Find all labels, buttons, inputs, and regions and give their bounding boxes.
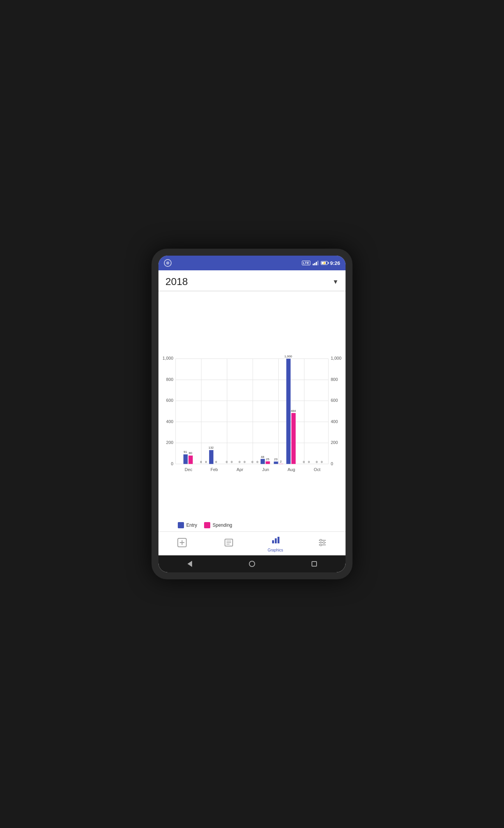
svg-text:0: 0 <box>226 460 228 464</box>
lte-badge: LTE <box>302 261 310 265</box>
list-icon <box>224 538 234 550</box>
svg-text:2: 2 <box>280 460 282 463</box>
home-button[interactable] <box>248 560 256 568</box>
svg-text:1,000: 1,000 <box>163 356 174 360</box>
svg-text:0: 0 <box>171 461 173 466</box>
svg-text:400: 400 <box>166 419 173 424</box>
svg-text:0: 0 <box>331 461 333 466</box>
svg-rect-27 <box>189 456 193 464</box>
svg-rect-82 <box>272 540 274 543</box>
svg-rect-83 <box>275 538 277 543</box>
chart-container: 0 200 400 600 800 1,000 0 200 400 600 80… <box>158 291 346 520</box>
status-left <box>164 259 172 267</box>
app-content: 2018 ▼ 0 200 400 600 800 1,000 0 200 <box>158 270 346 555</box>
svg-rect-51 <box>266 461 270 464</box>
svg-text:600: 600 <box>166 398 173 403</box>
recents-button[interactable] <box>310 560 318 568</box>
svg-text:0: 0 <box>205 460 207 464</box>
svg-point-88 <box>320 539 322 541</box>
svg-text:0: 0 <box>308 460 310 464</box>
svg-rect-57 <box>286 359 291 464</box>
svg-text:0: 0 <box>303 460 305 464</box>
svg-text:0: 0 <box>231 460 233 464</box>
svg-text:Apr: Apr <box>237 467 243 472</box>
nav-graphics-label: Graphics <box>267 548 283 552</box>
svg-text:484: 484 <box>291 409 296 413</box>
svg-text:0: 0 <box>200 460 202 464</box>
chevron-down-icon: ▼ <box>332 278 339 285</box>
back-button[interactable] <box>186 560 194 568</box>
svg-text:800: 800 <box>331 377 338 382</box>
svg-text:132: 132 <box>208 446 214 449</box>
settings-icon <box>317 538 327 550</box>
signal-icon <box>313 261 318 265</box>
svg-text:0: 0 <box>257 460 259 464</box>
svg-text:25: 25 <box>266 458 269 461</box>
year-selector[interactable]: 2018 ▼ <box>158 270 346 291</box>
svg-text:0: 0 <box>252 460 254 464</box>
legend-spending-label: Spending <box>213 522 232 528</box>
bar-chart: 0 200 400 600 800 1,000 0 200 400 600 80… <box>158 295 346 520</box>
svg-text:91: 91 <box>184 450 187 454</box>
svg-point-89 <box>323 541 325 543</box>
svg-rect-84 <box>278 537 279 543</box>
svg-rect-33 <box>209 450 213 464</box>
add-icon <box>177 538 187 550</box>
spending-color-box <box>204 522 210 528</box>
svg-text:48: 48 <box>261 455 264 459</box>
status-bar: LTE ⚡ 9:26 <box>158 256 346 270</box>
svg-text:200: 200 <box>331 440 338 445</box>
bottom-nav: Graphics <box>158 531 346 555</box>
year-display: 2018 <box>165 276 188 288</box>
nav-list[interactable] <box>205 538 252 550</box>
svg-text:0: 0 <box>215 460 217 464</box>
status-right: LTE ⚡ 9:26 <box>302 260 340 266</box>
svg-text:800: 800 <box>166 377 173 382</box>
chart-legend: Entry Spending <box>158 520 346 531</box>
device-frame: LTE ⚡ 9:26 2018 ▼ <box>152 249 352 579</box>
svg-text:Jun: Jun <box>262 467 269 472</box>
svg-rect-53 <box>274 461 278 464</box>
svg-text:Feb: Feb <box>211 467 218 472</box>
legend-spending: Spending <box>204 522 232 528</box>
svg-rect-55 <box>279 464 283 464</box>
svg-text:Dec: Dec <box>185 467 192 472</box>
svg-text:400: 400 <box>331 419 338 424</box>
android-nav-bar <box>158 555 346 572</box>
entry-color-box <box>178 522 184 528</box>
svg-text:80: 80 <box>189 452 192 455</box>
svg-text:1,000: 1,000 <box>331 356 342 360</box>
svg-rect-25 <box>184 454 188 464</box>
clock: 9:26 <box>330 260 340 266</box>
svg-text:1,000: 1,000 <box>284 355 293 358</box>
svg-text:0: 0 <box>238 460 240 464</box>
graphics-icon <box>271 535 281 547</box>
app-icon <box>164 259 172 267</box>
svg-text:200: 200 <box>166 440 173 445</box>
svg-text:Oct: Oct <box>314 467 320 472</box>
svg-point-90 <box>320 544 322 546</box>
svg-text:Aug: Aug <box>288 467 295 472</box>
battery-icon: ⚡ <box>321 261 328 265</box>
legend-entry: Entry <box>178 522 197 528</box>
screen: LTE ⚡ 9:26 2018 ▼ <box>158 256 346 572</box>
svg-text:0: 0 <box>316 460 318 464</box>
svg-text:23: 23 <box>274 458 278 461</box>
svg-text:0: 0 <box>244 460 246 464</box>
svg-rect-49 <box>261 459 265 464</box>
nav-settings[interactable] <box>299 538 346 550</box>
svg-rect-59 <box>291 413 296 464</box>
nav-graphics[interactable]: Graphics <box>252 535 299 552</box>
legend-entry-label: Entry <box>186 522 197 528</box>
svg-text:0: 0 <box>321 460 323 464</box>
svg-text:600: 600 <box>331 398 338 403</box>
nav-add[interactable] <box>158 538 205 550</box>
